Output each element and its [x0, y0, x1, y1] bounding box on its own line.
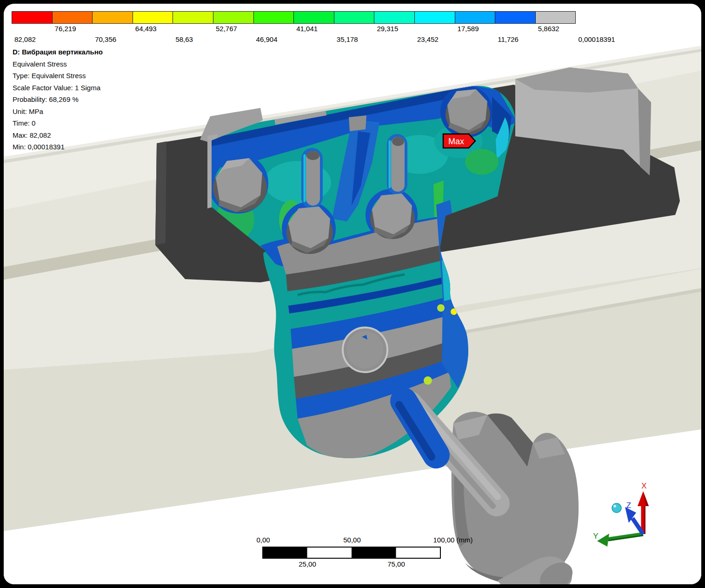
result-title: D: Вибрация вертикально [13, 46, 103, 58]
legend-boundary-value: 0,00018391 [578, 35, 615, 43]
legend-boundary-value: 76,219 [55, 25, 76, 33]
axis-y-label: Y [593, 532, 598, 541]
legend-boundary-value: 58,63 [175, 35, 193, 43]
legend-segment [293, 11, 334, 24]
origin-sphere-icon [612, 503, 621, 513]
result-info-line: Min: 0,00018391 [13, 141, 103, 153]
result-info-line: Time: 0 [13, 117, 103, 129]
svg-text:Max: Max [448, 137, 464, 146]
legend-boundary-value: 70,356 [95, 35, 116, 43]
result-info-line: Equivalent Stress [13, 58, 103, 70]
ruler-label: 75,00 [387, 560, 405, 568]
axis-x-label: X [641, 481, 646, 490]
legend-boundary-value: 5,8632 [538, 25, 559, 33]
legend-boundary-value: 64,493 [135, 25, 157, 33]
legend-boundary-value: 11,726 [498, 35, 519, 43]
result-info-line: Scale Factor Value: 1 Sigma [13, 82, 103, 94]
legend-boundary-value: 29,315 [377, 25, 398, 33]
result-info-line: Type: Equivalent Stress [13, 70, 103, 82]
clamp-boss [343, 327, 387, 372]
legend-boundary-value: 35,178 [337, 35, 358, 43]
slot-hole [301, 148, 323, 208]
legend-segment [455, 11, 496, 24]
legend-segment [213, 11, 254, 24]
slot-hole [387, 134, 407, 194]
screenshot-frame: Max X Y Z 82,08276,21970,35664,49358,6 [0, 0, 705, 588]
ruler-label: 25,00 [299, 560, 316, 568]
legend-boundary-value: 17,589 [458, 25, 479, 33]
result-info-panel: D: Вибрация вертикально Equivalent Stres… [13, 46, 103, 153]
legend-segment [173, 11, 213, 24]
legend-segment [374, 11, 415, 24]
legend-segment [92, 11, 133, 24]
viewport-3d[interactable]: Max X Y Z [4, 4, 701, 584]
result-viewport: Max X Y Z 82,08276,21970,35664,49358,6 [4, 4, 701, 584]
legend-boundary-value: 23,452 [417, 35, 439, 43]
ruler-label: 50,00 [343, 536, 361, 544]
legend-segment [12, 11, 53, 24]
legend-segment [334, 11, 375, 24]
legend-segment [495, 11, 536, 24]
legend-boundary-value: 41,041 [296, 25, 318, 33]
legend-segment [133, 11, 173, 24]
result-info-line: Unit: MPa [13, 106, 103, 118]
legend-boundary-value: 52,767 [216, 25, 237, 33]
ruler-label: 0,00 [256, 536, 270, 544]
ruler-label: 100,00 (mm) [433, 536, 472, 544]
legend-segment [52, 11, 93, 24]
result-info-line: Probability: 68,269 % [13, 94, 103, 106]
axis-z-label: Z [626, 501, 631, 510]
legend-boundary-value: 82,082 [14, 35, 36, 43]
result-info-line: Max: 82,082 [13, 129, 103, 141]
scale-ruler [263, 547, 440, 558]
legend-segment [535, 11, 576, 24]
legend-segment [253, 11, 294, 24]
legend-boundary-value: 46,904 [256, 35, 278, 43]
legend-segment [414, 11, 455, 24]
max-annotation: Max [443, 134, 475, 148]
